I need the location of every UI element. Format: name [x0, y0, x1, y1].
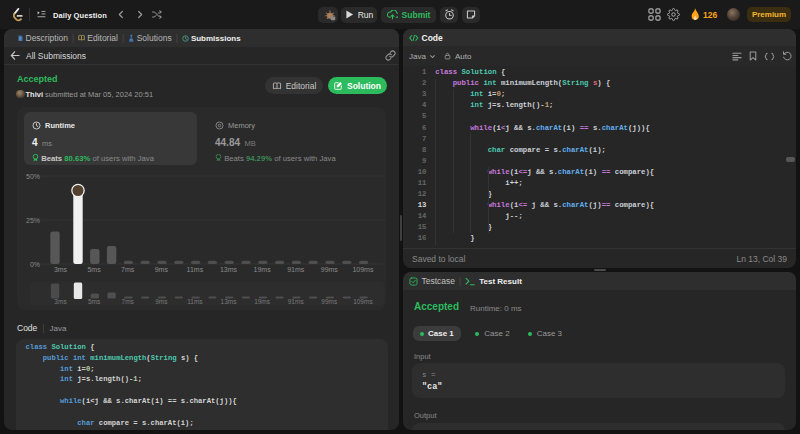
svg-text:50%: 50%	[26, 173, 40, 180]
svg-text:91ms: 91ms	[287, 266, 305, 273]
svg-text:109ms: 109ms	[352, 266, 374, 273]
svg-text:0%: 0%	[30, 261, 40, 268]
svg-text:9ms: 9ms	[155, 298, 168, 305]
svg-text:99ms: 99ms	[321, 266, 339, 273]
svg-text:99ms: 99ms	[321, 298, 338, 305]
svg-text:109ms: 109ms	[353, 298, 373, 305]
svg-text:7ms: 7ms	[121, 266, 135, 273]
svg-text:11ms: 11ms	[187, 266, 204, 273]
svg-text:13ms: 13ms	[220, 266, 238, 273]
svg-text:19ms: 19ms	[254, 298, 271, 305]
svg-text:7ms: 7ms	[122, 298, 135, 305]
svg-text:25%: 25%	[26, 217, 40, 224]
svg-text:9ms: 9ms	[155, 266, 169, 273]
svg-text:5ms: 5ms	[88, 298, 101, 305]
svg-text:13ms: 13ms	[221, 298, 238, 305]
svg-text:11ms: 11ms	[187, 298, 203, 305]
svg-text:3ms: 3ms	[54, 298, 67, 305]
svg-text:3ms: 3ms	[54, 266, 68, 273]
svg-text:19ms: 19ms	[254, 266, 272, 273]
svg-text:5ms: 5ms	[87, 266, 101, 273]
svg-text:91ms: 91ms	[288, 298, 305, 305]
